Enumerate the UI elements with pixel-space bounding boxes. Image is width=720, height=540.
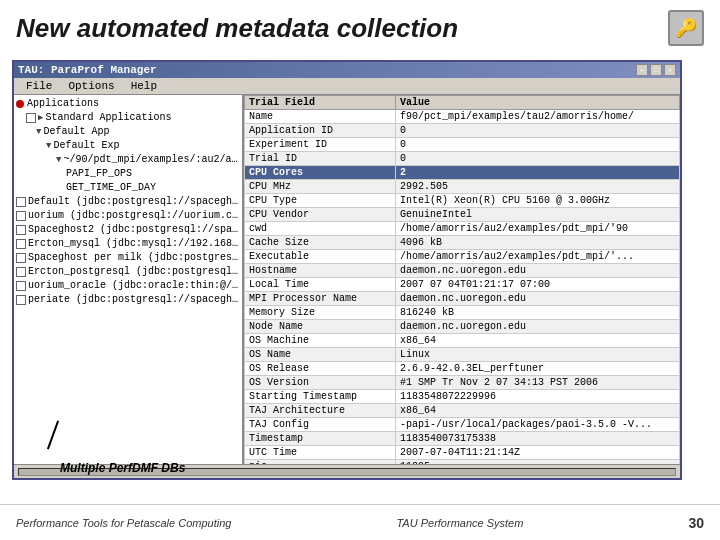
tree-item-papi[interactable]: PAPI_FP_OPS <box>64 167 242 181</box>
tree-checkbox-icon[interactable] <box>16 211 26 221</box>
table-row[interactable]: Local Time2007 07 04T01:21:17 07:00 <box>245 278 680 292</box>
table-row[interactable]: CPU MHz2992.505 <box>245 180 680 194</box>
tree-item-db7[interactable]: uorium_oracle (jdbc:oracle:thin:@//uoriu… <box>14 279 242 293</box>
table-row[interactable]: Application ID0 <box>245 124 680 138</box>
table-cell-field: UTC Time <box>245 446 396 460</box>
tree-item-label: Spaceghost2 (jdbc:postgresql://spaceghos… <box>28 223 240 237</box>
table-row[interactable]: OS NameLinux <box>245 348 680 362</box>
table-row[interactable]: OS Version#1 SMP Tr Nov 2 07 34:13 PST 2… <box>245 376 680 390</box>
table-cell-value: #1 SMP Tr Nov 2 07 34:13 PST 2006 <box>396 376 680 390</box>
table-row[interactable]: Trial ID0 <box>245 152 680 166</box>
table-row[interactable]: TAJ Architecturex86_64 <box>245 404 680 418</box>
table-row[interactable]: CPU Cores2 <box>245 166 680 180</box>
tree-item-standard[interactable]: ▶ Standard Applications <box>24 111 242 125</box>
table-cell-field: cwd <box>245 222 396 236</box>
tree-item-db3[interactable]: Spaceghost2 (jdbc:postgresql://spaceghos… <box>14 223 242 237</box>
tree-item-db6[interactable]: Ercton_postgresql (jdbc:postgresql://192… <box>14 265 242 279</box>
maximize-button[interactable]: □ <box>650 64 662 76</box>
table-row[interactable]: TAJ Config-papi-/usr/local/packages/paoi… <box>245 418 680 432</box>
tree-item-default-app[interactable]: ▼ Default App <box>34 125 242 139</box>
table-cell-value: 1183540073175338 <box>396 432 680 446</box>
tree-checkbox-icon[interactable] <box>26 113 36 123</box>
tree-item-db1[interactable]: Default (jdbc:postgresql://spaceghost.cs… <box>14 195 242 209</box>
tree-checkbox-icon[interactable] <box>16 197 26 207</box>
minimize-button[interactable]: — <box>636 64 648 76</box>
menu-help[interactable]: Help <box>123 79 165 93</box>
table-cell-value: 816240 kB <box>396 306 680 320</box>
table-cell-value: x86_64 <box>396 404 680 418</box>
table-row[interactable]: CPU TypeIntel(R) Xeon(R) CPU 5160 @ 3.00… <box>245 194 680 208</box>
table-cell-field: CPU Vendor <box>245 208 396 222</box>
table-cell-field: Application ID <box>245 124 396 138</box>
tree-item-db4[interactable]: Ercton_mysql (jdbc:mysql://192.168.1.1:3… <box>14 237 242 251</box>
tree-item-db2[interactable]: uorium (jdbc:postgresql://uorium.cs.uore… <box>14 209 242 223</box>
tree-checkbox-icon[interactable] <box>16 295 26 305</box>
table-row[interactable]: OS Machinex86_64 <box>245 334 680 348</box>
tree-item-db8[interactable]: periate (jdbc:postgresql://spaceghost.cs… <box>14 293 242 307</box>
tree-item-label: Default (jdbc:postgresql://spaceghost.cs… <box>28 195 240 209</box>
table-row[interactable]: Memory Size816240 kB <box>245 306 680 320</box>
table-cell-field: MPI Processor Name <box>245 292 396 306</box>
tree-checkbox-icon[interactable] <box>16 267 26 277</box>
table-row[interactable]: Hostnamedaemon.nc.uoregon.edu <box>245 264 680 278</box>
table-cell-field: Timestamp <box>245 432 396 446</box>
close-button[interactable]: ✕ <box>664 64 676 76</box>
tree-checkbox-icon[interactable] <box>16 253 26 263</box>
table-row[interactable]: MPI Processor Namedaemon.nc.uoregon.edu <box>245 292 680 306</box>
table-row[interactable]: OS Release2.6.9-42.0.3EL_perftuner <box>245 362 680 376</box>
tree-item-label: Ercton_mysql (jdbc:mysql://192.168.1.1:3… <box>28 237 240 251</box>
tree-item-path[interactable]: ▼ ~/90/pdt_mpi/examples/:au2/amorris/hom… <box>54 153 242 167</box>
table-row[interactable]: Node Namedaemon.nc.uoregon.edu <box>245 320 680 334</box>
menu-options[interactable]: Options <box>60 79 122 93</box>
table-row[interactable]: Starting Timestamp1183548072229996 <box>245 390 680 404</box>
table-row[interactable]: Experiment ID0 <box>245 138 680 152</box>
table-cell-field: TAJ Config <box>245 418 396 432</box>
table-cell-value: /home/amorris/au2/examples/pdt_mpi/'90 <box>396 222 680 236</box>
table-row[interactable]: cwd/home/amorris/au2/examples/pdt_mpi/'9… <box>245 222 680 236</box>
tree-checkbox-icon[interactable] <box>16 281 26 291</box>
table-row[interactable]: UTC Time2007-07-04T11:21:14Z <box>245 446 680 460</box>
tree-item-default-exp[interactable]: ▼ Default Exp <box>44 139 242 153</box>
tree-item-label: Spaceghost per milk (jdbc:postgresql://s… <box>28 251 240 265</box>
tree-item-label: periate (jdbc:postgresql://spaceghost.cs… <box>28 293 240 307</box>
table-cell-field: TAJ Architecture <box>245 404 396 418</box>
tree-item-applications[interactable]: Applications <box>14 97 242 111</box>
table-cell-value: -papi-/usr/local/packages/paoi-3.5.0 -V.… <box>396 418 680 432</box>
table-cell-field: Cache Size <box>245 236 396 250</box>
table-cell-value: /home/amorris/au2/examples/pdt_mpi/'... <box>396 250 680 264</box>
table-cell-field: OS Version <box>245 376 396 390</box>
table-cell-field: OS Machine <box>245 334 396 348</box>
table-cell-value: Intel(R) Xeon(R) CPU 5160 @ 3.00GHz <box>396 194 680 208</box>
table-row[interactable]: Namef90/pct_mpi/examples/tau2/amorris/ho… <box>245 110 680 124</box>
logo-icon: 🔑 <box>675 17 697 39</box>
slide-title: New automated metadata collection <box>16 13 458 44</box>
main-content: TAU: ParaProf Manager — □ ✕ File Options… <box>0 52 720 501</box>
table-cell-field: Trial ID <box>245 152 396 166</box>
table-row[interactable]: Executable/home/amorris/au2/examples/pdt… <box>245 250 680 264</box>
table-cell-value: 0 <box>396 138 680 152</box>
table-cell-field: CPU Cores <box>245 166 396 180</box>
table-row[interactable]: Timestamp1183540073175338 <box>245 432 680 446</box>
tree-item-label: Standard Applications <box>45 111 171 125</box>
tau-table-panel: Trial Field Value Namef90/pct_mpi/exampl… <box>244 95 680 464</box>
footer-center: TAU Performance System <box>396 517 523 529</box>
tree-arrow-icon: ▼ <box>36 125 41 139</box>
tree-item-label: ~/90/pdt_mpi/examples/:au2/amorris/home/ <box>63 153 240 167</box>
tau-titlebar-buttons: — □ ✕ <box>636 64 676 76</box>
table-row[interactable]: CPU VendorGenuineIntel <box>245 208 680 222</box>
table-cell-value: 1183548072229996 <box>396 390 680 404</box>
tree-arrow-icon: ▶ <box>38 111 43 125</box>
tree-item-gettime[interactable]: GET_TIME_OF_DAY <box>64 181 242 195</box>
menu-file[interactable]: File <box>18 79 60 93</box>
table-row[interactable]: Cache Size4096 kB <box>245 236 680 250</box>
tree-checkbox-icon[interactable] <box>16 239 26 249</box>
tree-dot-icon <box>16 100 24 108</box>
tree-arrow-icon: ▼ <box>56 153 61 167</box>
table-cell-value: Linux <box>396 348 680 362</box>
table-cell-value: x86_64 <box>396 334 680 348</box>
tree-item-label: Default Exp <box>53 139 119 153</box>
tree-item-db5[interactable]: Spaceghost per milk (jdbc:postgresql://s… <box>14 251 242 265</box>
tree-checkbox-icon[interactable] <box>16 225 26 235</box>
table-cell-value: f90/pct_mpi/examples/tau2/amorris/home/ <box>396 110 680 124</box>
table-cell-field: Experiment ID <box>245 138 396 152</box>
